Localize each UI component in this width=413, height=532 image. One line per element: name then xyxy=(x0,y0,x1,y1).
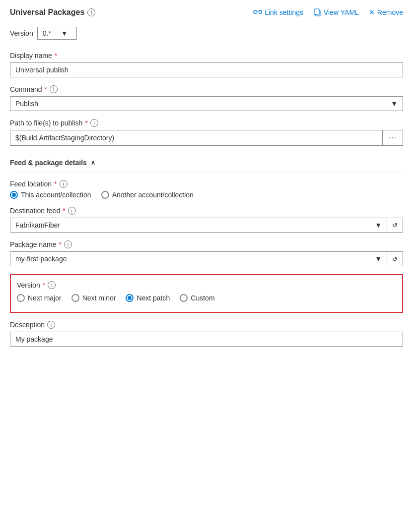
version-radio-next-major[interactable] xyxy=(17,294,25,302)
feed-section-chevron: ∧ xyxy=(91,159,95,166)
package-name-chevron: ▼ xyxy=(375,255,382,263)
feed-section-title: Feed & package details xyxy=(10,159,87,167)
display-name-field: Display name * xyxy=(10,52,403,77)
command-required: * xyxy=(45,85,47,93)
description-info-icon[interactable]: i xyxy=(47,321,55,329)
destination-feed-info-icon[interactable]: i xyxy=(68,207,76,215)
description-field: Description i xyxy=(10,321,403,347)
version-dropdown-value: 0.* xyxy=(43,29,51,37)
destination-feed-wrapper: FabrikamFiber ▼ ↺ xyxy=(10,218,403,233)
view-yaml-label: View YAML xyxy=(324,8,359,16)
version-selector: Version 0.* ▼ xyxy=(10,27,403,40)
version-radio-custom[interactable] xyxy=(180,294,188,302)
command-field: Command * i Publish ▼ xyxy=(10,85,403,111)
header-left: Universal Packages i xyxy=(10,8,95,17)
package-name-refresh-button[interactable]: ↺ xyxy=(387,251,403,266)
feed-location-info-icon[interactable]: i xyxy=(60,180,68,188)
path-required: * xyxy=(85,119,87,127)
description-input[interactable] xyxy=(10,332,403,347)
path-browse-button[interactable]: ··· xyxy=(383,130,403,146)
version-option-next-patch[interactable]: Next patch xyxy=(126,294,170,302)
feed-location-option-1[interactable]: This account/collection xyxy=(10,191,91,199)
svg-rect-2 xyxy=(314,9,319,14)
command-select-value: Publish xyxy=(15,100,38,108)
command-label: Command * i xyxy=(10,85,403,93)
remove-x-icon: ✕ xyxy=(369,8,375,16)
display-name-label: Display name * xyxy=(10,52,403,59)
version-option-next-major-label: Next major xyxy=(28,294,62,302)
version-radio-info-icon[interactable]: i xyxy=(48,281,56,289)
version-option-custom-label: Custom xyxy=(191,294,214,302)
destination-feed-value: FabrikamFiber xyxy=(15,221,60,229)
header-right: Link settings View YAML ✕ Remove xyxy=(253,8,403,16)
path-input[interactable] xyxy=(10,130,383,146)
package-name-required: * xyxy=(59,240,61,248)
feed-location-option-2[interactable]: Another account/collection xyxy=(101,191,194,199)
version-option-next-major[interactable]: Next major xyxy=(17,294,62,302)
version-option-next-minor[interactable]: Next minor xyxy=(71,294,116,302)
package-name-wrapper: my-first-package ▼ ↺ xyxy=(10,251,403,266)
destination-feed-refresh-button[interactable]: ↺ xyxy=(387,218,403,233)
link-icon xyxy=(253,9,262,15)
package-name-label: Package name * i xyxy=(10,240,403,248)
description-label: Description i xyxy=(10,321,403,329)
package-name-select[interactable]: my-first-package ▼ xyxy=(10,251,387,266)
version-selector-label: Version xyxy=(10,29,33,37)
command-info-icon[interactable]: i xyxy=(50,85,58,93)
command-select[interactable]: Publish ▼ xyxy=(10,96,403,111)
display-name-input[interactable] xyxy=(10,62,403,77)
feed-location-option-2-label: Another account/collection xyxy=(112,191,194,199)
destination-feed-chevron: ▼ xyxy=(375,221,382,229)
display-name-required: * xyxy=(55,52,57,59)
page-title: Universal Packages xyxy=(10,8,84,17)
path-wrapper: ··· xyxy=(10,130,403,146)
destination-feed-field: Destination feed * i FabrikamFiber ▼ ↺ xyxy=(10,207,403,233)
version-radio-group: Next major Next minor Next patch Custom xyxy=(17,294,396,302)
remove-label: Remove xyxy=(377,8,403,16)
version-dropdown[interactable]: 0.* ▼ xyxy=(37,27,77,40)
version-option-next-patch-label: Next patch xyxy=(137,294,170,302)
version-radio-label: Version * i xyxy=(17,281,396,289)
package-name-info-icon[interactable]: i xyxy=(64,240,72,248)
path-label: Path to file(s) to publish * i xyxy=(10,119,403,127)
page-header: Universal Packages i Link settings View … xyxy=(10,8,403,17)
title-info-icon[interactable]: i xyxy=(87,8,95,16)
link-settings-label: Link settings xyxy=(265,8,303,16)
feed-location-field: Feed location * i This account/collectio… xyxy=(10,180,403,199)
destination-feed-label: Destination feed * i xyxy=(10,207,403,215)
link-settings-button[interactable]: Link settings xyxy=(253,8,303,16)
package-name-value: my-first-package xyxy=(15,255,67,263)
feed-location-radio-2[interactable] xyxy=(101,191,109,199)
package-name-field: Package name * i my-first-package ▼ ↺ xyxy=(10,240,403,266)
version-dropdown-chevron: ▼ xyxy=(61,29,68,37)
copy-icon xyxy=(313,8,321,16)
feed-location-radio-group: This account/collection Another account/… xyxy=(10,191,403,199)
version-radio-next-patch[interactable] xyxy=(126,294,134,302)
destination-feed-required: * xyxy=(63,207,65,215)
destination-feed-select[interactable]: FabrikamFiber ▼ xyxy=(10,218,387,233)
path-info-icon[interactable]: i xyxy=(90,119,98,127)
path-field: Path to file(s) to publish * i ··· xyxy=(10,119,403,146)
feed-location-label: Feed location * i xyxy=(10,180,403,188)
version-radio-next-minor[interactable] xyxy=(71,294,79,302)
command-chevron-icon: ▼ xyxy=(391,100,398,108)
feed-location-option-1-label: This account/collection xyxy=(21,191,91,199)
view-yaml-button[interactable]: View YAML xyxy=(313,8,359,16)
remove-button[interactable]: ✕ Remove xyxy=(369,8,403,16)
version-option-custom[interactable]: Custom xyxy=(180,294,214,302)
version-radio-section: Version * i Next major Next minor Next p… xyxy=(10,274,403,313)
feed-section-header[interactable]: Feed & package details ∧ xyxy=(10,154,403,172)
version-radio-required: * xyxy=(43,281,45,289)
feed-location-required: * xyxy=(54,180,57,188)
version-option-next-minor-label: Next minor xyxy=(82,294,116,302)
feed-location-radio-1[interactable] xyxy=(10,191,18,199)
